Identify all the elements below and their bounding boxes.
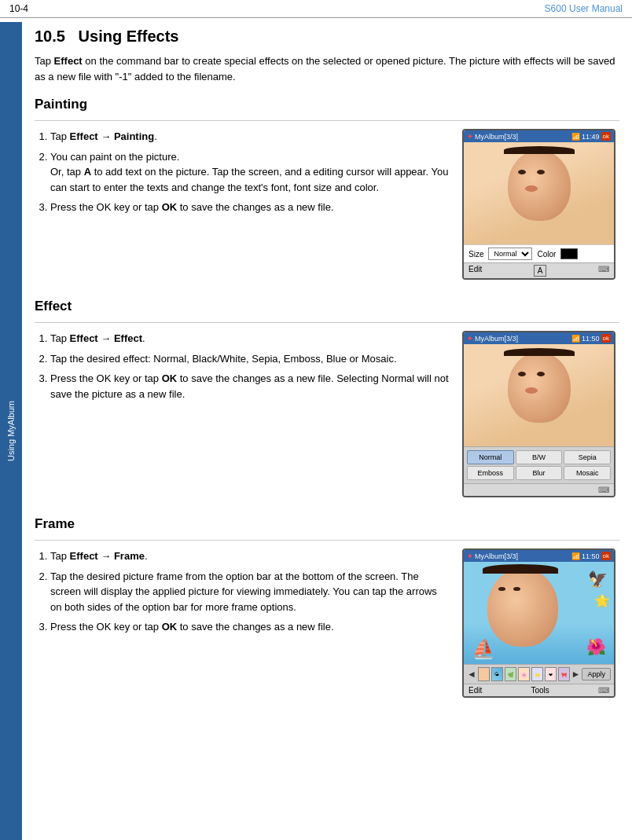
effect-baby-image: [464, 344, 614, 446]
frame-arrow-left[interactable]: ◄: [467, 669, 476, 680]
section-title: 10.5 Using Effects: [35, 28, 619, 46]
frame-image-area: ⛵ 🦅 🌺 🌟: [464, 562, 614, 664]
painting-steps: Tap Effect → Painting. You can paint on …: [50, 129, 450, 215]
frame-deco-bird: 🦅: [588, 570, 608, 589]
frame-text-col: Tap Effect → Frame. Tap the desired pict…: [35, 548, 450, 641]
frame-thumb-2[interactable]: 🌤: [491, 667, 503, 681]
frame-thumb-3[interactable]: 🌿: [505, 667, 516, 681]
effect-phone-frame: ✦ MyAlbum[3/3] 📶 11:50 ok: [462, 331, 615, 497]
frame-thumb-7[interactable]: 🎀: [558, 667, 570, 681]
frame-phone-frame: ✦ MyAlbum[3/3] 📶 11:50 ok: [462, 548, 615, 698]
bw-btn[interactable]: B/W: [516, 450, 563, 464]
painting-subsection: Painting Tap Effect → Painting. You can …: [35, 97, 619, 280]
frame-subsection: Frame Tap Effect → Frame. Tap the desire…: [35, 516, 619, 698]
effect-bottom-bar: ⌨: [464, 483, 614, 496]
sidebar: Using MyAlbum: [0, 22, 22, 840]
section-number: 10.5: [35, 28, 65, 45]
color-box[interactable]: [560, 248, 578, 259]
edit-label: Edit: [468, 265, 482, 277]
page-header: 10-4 S600 User Manual: [0, 0, 632, 18]
effect-keyboard-icon: ⌨: [598, 486, 609, 494]
effect-step-3: Press the OK key or tap OK to save the c…: [50, 371, 450, 402]
frame-deco-flower: 🌺: [586, 637, 606, 656]
effect-step-2: Tap the desired effect: Normal, Black/Wh…: [50, 351, 450, 367]
apply-button[interactable]: Apply: [582, 668, 611, 680]
effect-status-bar: ✦ MyAlbum[3/3] 📶 11:50 ok: [464, 332, 614, 344]
frame-thumb-6[interactable]: ❤: [545, 667, 557, 681]
frame-keyboard-icon: ⌨: [598, 686, 609, 695]
painting-title: Painting: [35, 97, 619, 112]
size-select[interactable]: Normal Small Large: [488, 248, 532, 260]
frame-time: 11:50: [582, 552, 600, 560]
frame-phone: ✦ MyAlbum[3/3] 📶 11:50 ok: [462, 548, 619, 698]
sepia-btn[interactable]: Sepia: [564, 450, 611, 464]
mosaic-btn[interactable]: Mosaic: [564, 466, 611, 480]
frame-edit-label[interactable]: Edit: [468, 686, 482, 695]
effect-subsection: Effect Tap Effect → Effect. Tap the desi…: [35, 299, 619, 497]
painting-status-bar: ✦ MyAlbum[3/3] 📶 11:49 ok: [464, 130, 614, 142]
painting-status-text: MyAlbum[3/3]: [475, 133, 518, 141]
painting-edit-bar: Edit A ⌨: [464, 262, 614, 278]
effect-status-text: MyAlbum[3/3]: [475, 335, 518, 343]
effect-time: 11:50: [582, 335, 600, 343]
frame-status-text: MyAlbum[3/3]: [475, 552, 518, 560]
painting-step-1: Tap Effect → Painting.: [50, 129, 450, 145]
normal-btn[interactable]: Normal: [467, 450, 514, 464]
effect-steps: Tap Effect → Effect. Tap the desired eff…: [50, 331, 450, 402]
a-button[interactable]: A: [534, 265, 547, 277]
frame-step-2: Tap the desired picture frame from the o…: [50, 569, 450, 615]
painting-size-row: Size Normal Small Large Color: [464, 244, 614, 262]
frame-nav-bar: ◄ 🌤 🌿 🌸 ⭐ ❤ 🎀 ► Apply: [464, 664, 614, 684]
frame-thumb-4[interactable]: 🌸: [518, 667, 530, 681]
frame-thumb-5[interactable]: ⭐: [531, 667, 543, 681]
painting-image-area: [464, 142, 614, 244]
frame-status-bar: ✦ MyAlbum[3/3] 📶 11:50 ok: [464, 550, 614, 562]
blur-btn[interactable]: Blur: [516, 466, 563, 480]
painting-phone-frame: ✦ MyAlbum[3/3] 📶 11:49 ok: [462, 129, 615, 280]
effect-image-area: [464, 344, 614, 446]
size-label: Size: [468, 250, 483, 259]
painting-step-3: Press the OK key or tap OK to save the c…: [50, 200, 450, 215]
frame-title: Frame: [35, 516, 619, 532]
painting-time: 11:49: [582, 133, 600, 141]
painting-step-2: You can paint on the picture.Or, tap A t…: [50, 149, 450, 196]
frame-deco-boat: ⛵: [472, 638, 495, 660]
frame-arrow-right[interactable]: ►: [571, 669, 581, 680]
frame-thumb-1[interactable]: [478, 667, 490, 681]
color-label: Color: [537, 250, 556, 259]
painting-phone: ✦ MyAlbum[3/3] 📶 11:49 ok: [462, 129, 619, 280]
section-heading: Using Effects: [79, 28, 179, 45]
manual-title: S600 User Manual: [545, 3, 623, 14]
keyboard-icon: ⌨: [598, 265, 609, 277]
frame-tools-label[interactable]: Tools: [531, 686, 549, 695]
effect-title: Effect: [35, 299, 619, 314]
page-number: 10-4: [9, 3, 28, 14]
frame-step-3: Press the OK key or tap OK to save the c…: [50, 619, 450, 635]
effect-step-1: Tap Effect → Effect.: [50, 331, 450, 347]
intro-text: Tap Effect on the command bar to create …: [35, 53, 619, 84]
painting-baby-image: [464, 142, 614, 244]
frame-steps: Tap Effect → Frame. Tap the desired pict…: [50, 548, 450, 635]
main-content: 10.5 Using Effects Tap Effect on the com…: [22, 18, 632, 726]
frame-deco-star: 🌟: [594, 593, 610, 608]
effect-btn-grid: Normal B/W Sepia Emboss Blur Mosaic: [464, 446, 614, 483]
effect-text-col: Tap Effect → Effect. Tap the desired eff…: [35, 331, 450, 408]
sidebar-label: Using MyAlbum: [6, 401, 16, 461]
frame-step-1: Tap Effect → Frame.: [50, 548, 450, 564]
emboss-btn[interactable]: Emboss: [467, 466, 514, 480]
frame-edit-bar: Edit Tools ⌨: [464, 684, 614, 696]
painting-text-col: Tap Effect → Painting. You can paint on …: [35, 129, 450, 222]
effect-phone: ✦ MyAlbum[3/3] 📶 11:50 ok: [462, 331, 619, 497]
